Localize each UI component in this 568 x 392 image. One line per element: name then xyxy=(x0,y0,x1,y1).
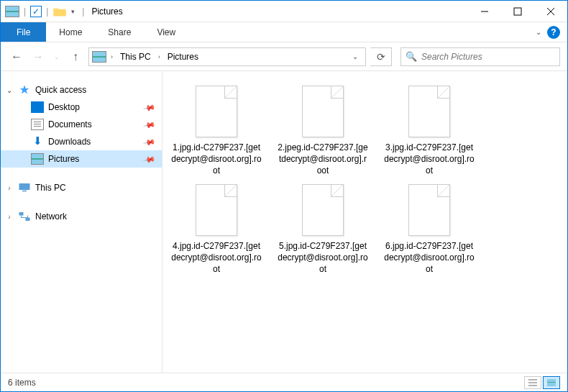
search-input[interactable] xyxy=(421,52,555,62)
expand-icon[interactable]: › xyxy=(5,184,14,192)
documents-icon xyxy=(31,119,44,130)
view-tab[interactable]: View xyxy=(144,22,188,42)
file-thumbnail xyxy=(196,184,237,236)
history-dropdown-icon[interactable]: ⌄ xyxy=(51,53,63,60)
ribbon-expand-icon[interactable]: ⌄ xyxy=(536,28,547,36)
back-button[interactable]: ← xyxy=(8,48,25,65)
search-icon: 🔍 xyxy=(406,51,417,62)
sidebar-item-label: Quick access xyxy=(35,85,86,95)
file-name-label: 3.jpg.id-C279F237.[getdecrypt@disroot.or… xyxy=(383,142,475,177)
location-icon xyxy=(92,51,106,63)
sidebar-item-label: Pictures xyxy=(48,154,79,164)
file-item[interactable]: 6.jpg.id-C279F237.[getdecrypt@disroot.or… xyxy=(383,184,476,275)
sidebar-item-documents[interactable]: Documents 📌 xyxy=(1,116,162,133)
status-bar: 6 items xyxy=(1,373,567,391)
file-name-label: 5.jpg.id-C279F237.[getdecrypt@disroot.or… xyxy=(277,240,369,275)
details-view-button[interactable] xyxy=(524,376,541,389)
pin-icon: 📌 xyxy=(143,136,155,148)
file-pane[interactable]: 1.jpg.id-C279F237.[getdecrypt@disroot.or… xyxy=(162,71,567,373)
address-dropdown-icon[interactable]: ⌄ xyxy=(348,53,362,60)
file-thumbnail xyxy=(196,86,237,137)
app-icon xyxy=(5,6,19,17)
up-button[interactable]: ↑ xyxy=(67,48,84,65)
separator: | xyxy=(24,6,26,17)
desktop-icon xyxy=(31,101,44,113)
file-item[interactable]: 4.jpg.id-C279F237.[getdecrypt@disroot.or… xyxy=(170,184,263,275)
file-item[interactable]: 5.jpg.id-C279F237.[getdecrypt@disroot.or… xyxy=(276,184,370,275)
ribbon-tabs: File Home Share View ⌄ ? xyxy=(1,22,567,42)
search-box[interactable]: 🔍 xyxy=(400,47,560,66)
file-item[interactable]: 3.jpg.id-C279F237.[getdecrypt@disroot.or… xyxy=(383,86,476,177)
separator: | xyxy=(82,6,84,17)
network-icon xyxy=(18,211,31,222)
file-tab[interactable]: File xyxy=(1,22,46,42)
breadcrumb-current[interactable]: Pictures xyxy=(165,52,201,62)
refresh-button[interactable]: ⟳ xyxy=(370,47,392,66)
star-icon xyxy=(18,84,31,96)
svg-rect-0 xyxy=(514,8,521,15)
pin-icon: 📌 xyxy=(143,101,155,114)
sidebar-item-this-pc[interactable]: › This PC xyxy=(1,179,162,196)
minimize-button[interactable] xyxy=(468,1,501,22)
breadcrumb[interactable]: › This PC › Pictures ⌄ xyxy=(88,47,366,66)
help-icon[interactable]: ? xyxy=(547,26,560,39)
file-thumbnail xyxy=(302,86,344,137)
separator: | xyxy=(46,6,48,17)
file-name-label: 2.jpeg.id-C279F237.[getdecrypt@disroot.o… xyxy=(277,142,369,177)
dropdown-chevron-icon[interactable]: ▾ xyxy=(68,8,78,15)
sidebar-item-label: Downloads xyxy=(48,137,91,147)
sidebar-item-downloads[interactable]: ⬇ Downloads 📌 xyxy=(1,133,162,150)
chevron-right-icon[interactable]: › xyxy=(155,53,163,60)
folder-icon xyxy=(52,6,67,17)
collapse-icon[interactable]: ⌄ xyxy=(5,86,14,94)
expand-icon[interactable]: › xyxy=(5,213,14,221)
forward-button[interactable]: → xyxy=(29,48,47,65)
file-name-label: 4.jpg.id-C279F237.[getdecrypt@disroot.or… xyxy=(170,240,262,275)
sidebar-item-label: Desktop xyxy=(48,102,80,112)
title-bar: | ✓ | ▾ | Pictures xyxy=(1,1,567,22)
address-bar-row: ← → ⌄ ↑ › This PC › Pictures ⌄ ⟳ 🔍 xyxy=(1,42,567,71)
sidebar-item-quick-access[interactable]: ⌄ Quick access xyxy=(1,81,162,99)
maximize-button[interactable] xyxy=(501,1,534,22)
sidebar-item-label: Network xyxy=(35,211,67,222)
close-button[interactable] xyxy=(534,1,567,22)
svg-rect-1 xyxy=(19,183,30,190)
sidebar-item-network[interactable]: › Network xyxy=(1,208,162,225)
file-thumbnail xyxy=(302,184,344,236)
file-thumbnail xyxy=(408,184,450,236)
sidebar-item-pictures[interactable]: Pictures 📌 xyxy=(1,150,162,168)
file-item[interactable]: 2.jpeg.id-C279F237.[getdecrypt@disroot.o… xyxy=(276,86,370,177)
sidebar-item-desktop[interactable]: Desktop 📌 xyxy=(1,99,162,116)
pictures-icon xyxy=(31,153,44,165)
chevron-right-icon[interactable]: › xyxy=(108,53,116,60)
window-title: Pictures xyxy=(91,6,122,17)
svg-rect-3 xyxy=(19,212,24,216)
downloads-icon: ⬇ xyxy=(31,136,44,147)
pin-icon: 📌 xyxy=(143,119,155,131)
pc-icon xyxy=(18,182,31,193)
qa-checkbox-icon[interactable]: ✓ xyxy=(30,6,42,17)
home-tab[interactable]: Home xyxy=(46,22,95,42)
svg-rect-2 xyxy=(22,191,27,192)
sidebar-item-label: Documents xyxy=(48,119,92,129)
file-thumbnail xyxy=(408,86,450,137)
svg-rect-4 xyxy=(26,218,30,222)
breadcrumb-this-pc[interactable]: This PC xyxy=(117,52,154,62)
pin-icon: 📌 xyxy=(143,153,155,165)
thumbnails-view-button[interactable] xyxy=(543,376,560,389)
item-count: 6 items xyxy=(8,378,36,388)
navigation-pane: ⌄ Quick access Desktop 📌 Documents 📌 ⬇ D… xyxy=(1,71,162,373)
share-tab[interactable]: Share xyxy=(95,22,144,42)
file-name-label: 1.jpg.id-C279F237.[getdecrypt@disroot.or… xyxy=(170,142,262,177)
file-name-label: 6.jpg.id-C279F237.[getdecrypt@disroot.or… xyxy=(383,240,475,275)
file-item[interactable]: 1.jpg.id-C279F237.[getdecrypt@disroot.or… xyxy=(170,86,263,177)
sidebar-item-label: This PC xyxy=(35,183,66,193)
